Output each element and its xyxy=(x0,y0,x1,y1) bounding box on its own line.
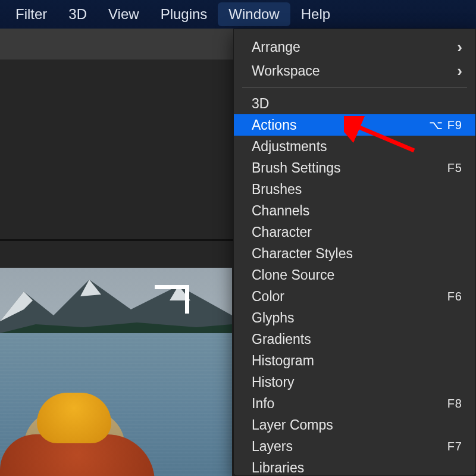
menu-item-label: Arrange xyxy=(252,39,300,55)
window-menu-dropdown: Arrange›Workspace›3DActions⌥ F9Adjustmen… xyxy=(233,29,476,476)
menu-item-brushes[interactable]: Brushes xyxy=(234,178,475,200)
chevron-right-icon: › xyxy=(457,62,462,80)
menu-separator xyxy=(242,87,467,88)
menu-item-label: Libraries xyxy=(252,460,304,476)
menu-item-channels[interactable]: Channels xyxy=(234,200,475,221)
menu-item-info[interactable]: InfoF8 xyxy=(234,393,475,414)
menu-item-character-styles[interactable]: Character Styles xyxy=(234,243,475,264)
crop-marker-icon[interactable] xyxy=(155,285,189,314)
menu-item-label: Channels xyxy=(252,203,309,219)
menu-item-label: Adjustments xyxy=(252,139,327,155)
menu-item-layers[interactable]: LayersF7 xyxy=(234,436,475,457)
menu-item-label: Actions xyxy=(252,117,296,133)
menu-item-glyphs[interactable]: Glyphs xyxy=(234,307,475,328)
menu-item-label: Color xyxy=(252,289,284,305)
menu-item-gradients[interactable]: Gradients xyxy=(234,328,475,350)
menu-item-label: Character xyxy=(252,224,312,240)
menu-item-label: Layers xyxy=(252,439,293,455)
menu-shortcut: F5 xyxy=(447,161,462,175)
menu-item-adjustments[interactable]: Adjustments xyxy=(234,136,475,157)
menu-item-label: History xyxy=(252,374,295,390)
menu-item-libraries[interactable]: Libraries xyxy=(234,457,475,476)
menu-item-label: Workspace xyxy=(252,63,320,79)
menu-item-character[interactable]: Character xyxy=(234,221,475,243)
menubar-item-filter[interactable]: Filter xyxy=(5,2,58,26)
menubar-item-3d[interactable]: 3D xyxy=(58,2,98,26)
menu-item-label: Info xyxy=(252,396,274,412)
menubar: Filter3DViewPluginsWindowHelp xyxy=(0,0,476,29)
menu-shortcut: F6 xyxy=(447,290,462,303)
menu-item-layer-comps[interactable]: Layer Comps xyxy=(234,414,475,436)
menu-item-color[interactable]: ColorF6 xyxy=(234,286,475,307)
menu-shortcut: ⌥ F9 xyxy=(429,118,462,132)
menu-item-clone-source[interactable]: Clone Source xyxy=(234,264,475,286)
menu-item-actions[interactable]: Actions⌥ F9 xyxy=(234,114,475,136)
chevron-right-icon: › xyxy=(457,38,462,57)
menu-item-workspace[interactable]: Workspace› xyxy=(234,59,475,83)
menu-item-label: 3D xyxy=(252,96,269,112)
photo-subject xyxy=(0,393,155,476)
menu-item-brush-settings[interactable]: Brush SettingsF5 xyxy=(234,157,475,178)
menubar-item-view[interactable]: View xyxy=(98,2,150,26)
menu-shortcut: F8 xyxy=(447,397,462,411)
menu-item-arrange[interactable]: Arrange› xyxy=(234,35,475,59)
menu-item-label: Clone Source xyxy=(252,267,334,283)
menu-item-label: Histogram xyxy=(252,353,314,369)
menu-item-label: Glyphs xyxy=(252,310,295,326)
menu-item-label: Layer Comps xyxy=(252,417,333,433)
menu-item-label: Brush Settings xyxy=(252,160,341,176)
menu-item-label: Gradients xyxy=(252,331,311,347)
menu-item-label: Brushes xyxy=(252,181,302,198)
menubar-item-window[interactable]: Window xyxy=(218,2,290,26)
menubar-item-help[interactable]: Help xyxy=(290,2,341,26)
menu-item-histogram[interactable]: Histogram xyxy=(234,350,475,371)
menu-item-label: Character Styles xyxy=(252,246,353,262)
document-canvas[interactable] xyxy=(0,268,232,476)
menu-item-history[interactable]: History xyxy=(234,371,475,393)
menu-item-3d[interactable]: 3D xyxy=(234,93,475,114)
menu-shortcut: F7 xyxy=(447,440,462,453)
menubar-item-plugins[interactable]: Plugins xyxy=(150,2,218,26)
